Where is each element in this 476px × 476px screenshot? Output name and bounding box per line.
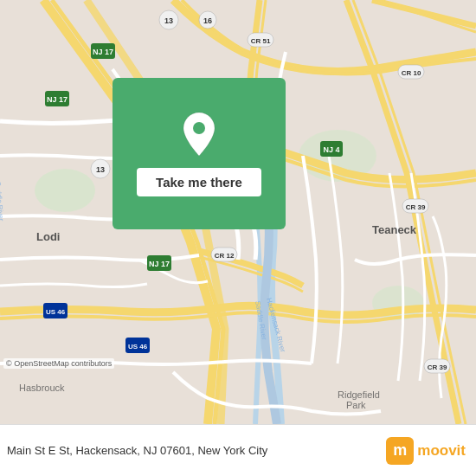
svg-text:CR 12: CR 12 bbox=[215, 252, 235, 260]
address-text: Main St E St, Hackensack, NJ 07601, New … bbox=[7, 444, 386, 457]
svg-text:NJ 4: NJ 4 bbox=[323, 145, 339, 154]
svg-point-1 bbox=[35, 169, 95, 212]
svg-text:Park: Park bbox=[346, 400, 366, 410]
svg-text:Teaneck: Teaneck bbox=[372, 223, 417, 236]
svg-text:16: 16 bbox=[203, 16, 212, 25]
moovit-logo: m moovit bbox=[386, 437, 466, 465]
map-container: NJ 17 NJ 17 NJ 17 NJ 4 US 46 US 46 CR 51… bbox=[0, 0, 476, 424]
svg-text:CR 10: CR 10 bbox=[402, 69, 421, 77]
bottom-bar: Main St E St, Hackensack, NJ 07601, New … bbox=[0, 424, 476, 476]
svg-text:13: 13 bbox=[164, 16, 173, 25]
callout-panel: Take me there bbox=[113, 78, 286, 229]
svg-text:US 46: US 46 bbox=[46, 308, 66, 316]
svg-text:CR 39: CR 39 bbox=[428, 363, 447, 371]
take-me-there-button[interactable]: Take me there bbox=[137, 168, 261, 196]
moovit-logo-icon: m bbox=[386, 437, 414, 465]
svg-text:CR 39: CR 39 bbox=[406, 203, 426, 211]
svg-text:13: 13 bbox=[96, 165, 105, 174]
location-pin-icon bbox=[180, 111, 218, 158]
svg-point-40 bbox=[193, 122, 205, 134]
attribution-text: © OpenStreetMap contributors bbox=[3, 358, 114, 369]
moovit-logo-text: moovit bbox=[417, 442, 466, 460]
svg-text:CR 51: CR 51 bbox=[251, 37, 271, 45]
svg-text:NJ 17: NJ 17 bbox=[149, 260, 170, 268]
svg-text:US 46: US 46 bbox=[128, 343, 148, 351]
svg-text:Lodi: Lodi bbox=[36, 230, 60, 243]
svg-text:NJ 17: NJ 17 bbox=[47, 95, 68, 104]
svg-text:NJ 17: NJ 17 bbox=[93, 48, 113, 56]
svg-text:Hasbrouck: Hasbrouck bbox=[19, 383, 65, 393]
svg-text:Ridgefield: Ridgefield bbox=[338, 389, 380, 400]
